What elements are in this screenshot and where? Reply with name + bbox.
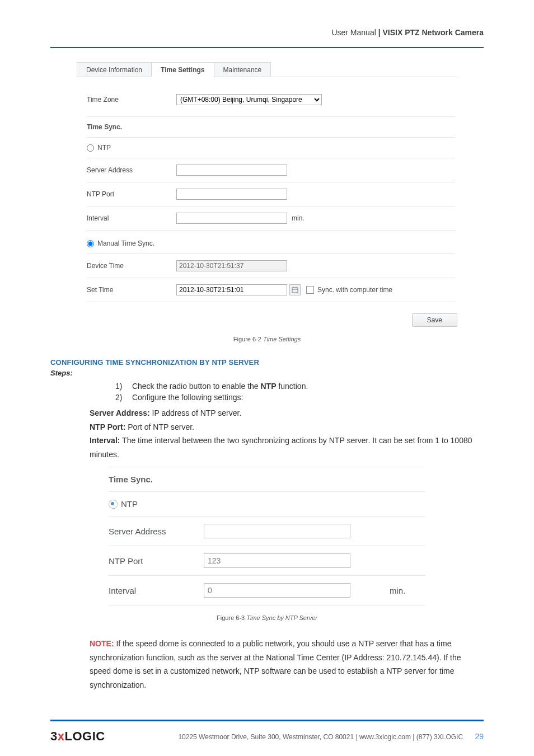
tab-maintenance[interactable]: Maintenance (214, 62, 271, 77)
p2-interval-input[interactable] (204, 583, 350, 598)
p2-ntp-port-label: NTP Port (109, 556, 204, 566)
header-prefix: User Manual (331, 28, 378, 37)
steps-label: Steps: (50, 369, 484, 377)
device-time-label: Device Time (87, 262, 176, 270)
time-settings-panel: Device Information Time Settings Mainten… (77, 62, 457, 327)
brand-logo: 3xLOGIC (50, 729, 105, 744)
interval-label: Interval (87, 214, 176, 222)
save-button[interactable]: Save (412, 313, 457, 327)
step-1: 1) Check the radio button to enable the … (112, 381, 484, 392)
device-time-input (176, 260, 287, 271)
p2-interval-label: Interval (109, 586, 204, 595)
p2-ntp-radio[interactable] (109, 500, 118, 509)
ntp-radio[interactable] (87, 144, 94, 152)
set-time-label: Set Time (87, 286, 176, 294)
p2-ntp-radio-label: NTP (121, 499, 138, 509)
time-sync-ntp-panel: Time Sync. NTP Server Address NTP Port I… (109, 467, 425, 605)
tab-row: Device Information Time Settings Mainten… (77, 62, 457, 77)
set-time-input[interactable] (176, 284, 287, 295)
ntp-port-label: NTP Port (87, 190, 176, 198)
p2-interval-unit: min. (390, 586, 405, 595)
page-header: User Manual | VISIX PTZ Network Camera (50, 28, 484, 37)
note-body: If the speed dome is connected to a publ… (90, 639, 461, 689)
tab-device-information[interactable]: Device Information (77, 62, 152, 77)
header-rule (50, 47, 484, 48)
time-zone-label: Time Zone (87, 96, 176, 104)
step-2: 2) Configure the following settings: (112, 392, 484, 403)
server-address-input[interactable] (176, 165, 287, 176)
server-address-label: Server Address (87, 166, 176, 174)
p2-ntp-port-input[interactable] (204, 553, 350, 568)
figure-6-3-caption: Figure 6-3 Time Sync by NTP Server (50, 614, 484, 621)
manual-sync-radio-label: Manual Time Sync. (97, 240, 154, 247)
time-zone-select[interactable]: (GMT+08:00) Beijing, Urumqi, Singapore (176, 94, 322, 105)
page-number: 29 (475, 732, 484, 741)
time-sync-group-title: Time Sync. (87, 123, 122, 131)
calendar-icon[interactable] (289, 284, 301, 295)
steps-list: 1) Check the radio button to enable the … (50, 381, 484, 403)
page-footer: 3xLOGIC 10225 Westmoor Drive, Suite 300,… (50, 729, 484, 744)
manual-sync-radio[interactable] (87, 240, 94, 247)
tab-time-settings[interactable]: Time Settings (151, 62, 214, 77)
p2-group-title: Time Sync. (109, 475, 153, 484)
ntp-port-input[interactable] (176, 189, 287, 200)
p2-server-address-label: Server Address (109, 527, 204, 536)
interval-unit: min. (292, 214, 305, 222)
footer-line: 10225 Westmoor Drive, Suite 300, Westmin… (178, 733, 463, 741)
field-descriptions: Server Address: IP address of NTP server… (90, 406, 484, 461)
sync-with-computer-checkbox[interactable] (306, 286, 314, 294)
note-paragraph: NOTE: If the speed dome is connected to … (90, 637, 484, 692)
section-heading: CONFIGURING TIME SYNCHRONIZATION BY NTP … (50, 358, 484, 367)
p2-server-address-input[interactable] (204, 524, 350, 538)
header-title: | VISIX PTZ Network Camera (378, 28, 484, 37)
note-prefix: NOTE: (90, 639, 114, 648)
sync-with-computer-label: Sync. with computer time (317, 286, 392, 294)
interval-input[interactable] (176, 213, 287, 224)
figure-6-2-caption: Figure 6-2 Time Settings (50, 336, 484, 342)
svg-rect-0 (292, 288, 298, 293)
footer-rule (50, 720, 484, 721)
ntp-radio-label: NTP (97, 144, 111, 152)
